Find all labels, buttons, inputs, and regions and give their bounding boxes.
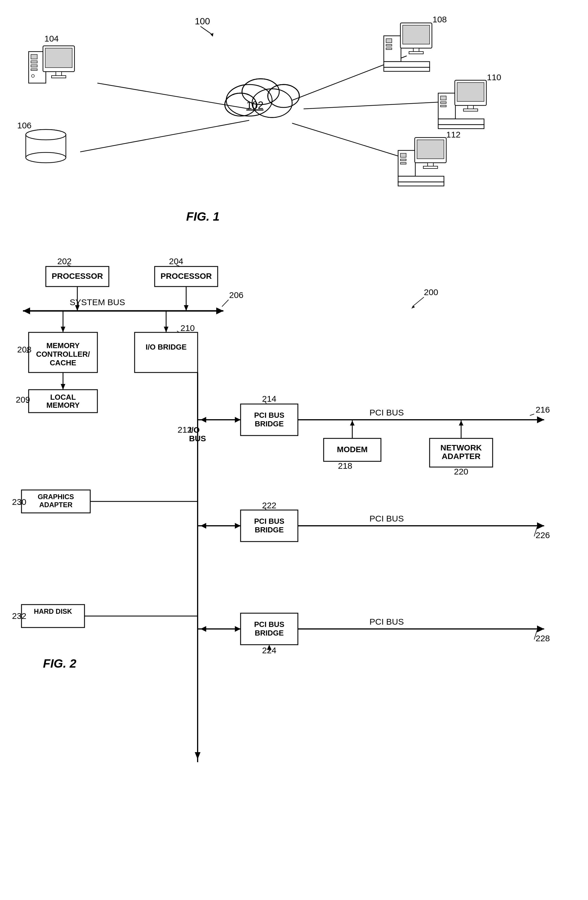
svg-text:209: 209 <box>16 395 30 404</box>
svg-text:200: 200 <box>424 287 438 297</box>
svg-rect-23 <box>31 65 37 67</box>
svg-marker-127 <box>537 416 544 423</box>
svg-marker-162 <box>537 625 544 632</box>
svg-marker-85 <box>23 307 30 314</box>
svg-text:GRAPHICS: GRAPHICS <box>38 493 74 501</box>
svg-marker-90 <box>184 305 189 311</box>
svg-rect-42 <box>413 48 419 51</box>
svg-text:110: 110 <box>487 73 501 82</box>
svg-line-18 <box>303 102 447 109</box>
svg-text:BRIDGE: BRIDGE <box>255 419 283 428</box>
svg-rect-45 <box>384 67 430 71</box>
svg-rect-48 <box>441 96 446 100</box>
svg-marker-88 <box>75 305 80 311</box>
svg-marker-86 <box>216 307 223 314</box>
svg-rect-38 <box>386 44 392 46</box>
svg-text:LOCAL: LOCAL <box>50 393 76 402</box>
svg-text:PROCESSOR: PROCESSOR <box>52 272 103 281</box>
svg-marker-124 <box>201 417 206 423</box>
svg-rect-64 <box>428 163 433 166</box>
svg-rect-50 <box>441 105 446 107</box>
svg-marker-151 <box>537 522 544 529</box>
svg-text:204: 204 <box>169 256 183 266</box>
svg-rect-39 <box>386 48 392 50</box>
svg-text:108: 108 <box>432 15 447 24</box>
svg-marker-160 <box>235 626 241 632</box>
svg-rect-27 <box>45 48 72 68</box>
svg-text:BRIDGE: BRIDGE <box>255 628 283 637</box>
svg-rect-24 <box>31 69 37 70</box>
svg-rect-67 <box>398 182 444 186</box>
svg-text:208: 208 <box>17 345 31 354</box>
svg-text:220: 220 <box>454 467 468 476</box>
svg-marker-72 <box>411 306 415 309</box>
svg-rect-22 <box>31 61 37 63</box>
svg-text:102: 102 <box>246 99 263 111</box>
svg-text:228: 228 <box>535 633 550 643</box>
svg-line-130 <box>530 414 534 416</box>
svg-line-15 <box>97 83 249 109</box>
svg-text:MODEM: MODEM <box>337 445 367 454</box>
svg-text:CACHE: CACHE <box>50 358 76 367</box>
svg-text:216: 216 <box>535 405 550 414</box>
svg-text:ADAPTER: ADAPTER <box>442 452 480 461</box>
svg-rect-55 <box>438 119 484 125</box>
svg-text:PCI BUS: PCI BUS <box>254 620 284 628</box>
svg-text:FIG. 1: FIG. 1 <box>186 210 220 223</box>
svg-rect-60 <box>401 159 406 161</box>
svg-line-19 <box>292 123 412 160</box>
svg-marker-149 <box>235 523 241 529</box>
svg-text:PCI BUS: PCI BUS <box>254 517 284 526</box>
svg-text:MEMORY: MEMORY <box>46 341 80 350</box>
svg-marker-148 <box>201 523 206 529</box>
svg-rect-37 <box>386 39 392 43</box>
svg-text:CONTROLLER/: CONTROLLER/ <box>36 350 90 358</box>
svg-text:210: 210 <box>180 323 195 333</box>
fig2-diagram: 200 PROCESSOR 202 PROCESSOR 204 206 SYST… <box>0 238 588 891</box>
svg-text:104: 104 <box>44 34 59 43</box>
svg-text:226: 226 <box>535 531 550 540</box>
svg-rect-54 <box>463 109 478 111</box>
svg-text:PCI BUS: PCI BUS <box>370 514 404 523</box>
svg-point-33 <box>26 152 66 163</box>
svg-marker-111 <box>61 384 65 389</box>
svg-text:BRIDGE: BRIDGE <box>255 526 283 534</box>
svg-text:FIG. 2: FIG. 2 <box>43 657 76 670</box>
svg-rect-59 <box>401 153 406 157</box>
svg-marker-141 <box>459 421 463 425</box>
svg-rect-63 <box>417 140 444 159</box>
svg-text:HARD DISK: HARD DISK <box>34 607 72 615</box>
svg-text:202: 202 <box>57 256 71 266</box>
svg-text:106: 106 <box>17 121 31 130</box>
svg-line-16 <box>80 120 249 152</box>
svg-rect-56 <box>438 125 484 129</box>
svg-text:NETWORK: NETWORK <box>441 443 482 452</box>
svg-text:PROCESSOR: PROCESSOR <box>161 272 212 281</box>
svg-marker-125 <box>235 417 241 423</box>
page: 100 102 <box>0 0 588 900</box>
svg-line-1 <box>201 26 212 34</box>
svg-rect-52 <box>457 82 484 101</box>
svg-text:206: 206 <box>229 290 243 300</box>
svg-text:214: 214 <box>262 394 276 403</box>
svg-marker-104 <box>164 327 169 332</box>
svg-line-71 <box>412 297 424 307</box>
svg-rect-43 <box>409 51 423 54</box>
svg-rect-61 <box>401 163 406 164</box>
svg-text:PCI BUS: PCI BUS <box>370 617 404 626</box>
svg-marker-102 <box>61 327 65 332</box>
svg-rect-29 <box>51 76 66 78</box>
svg-rect-28 <box>56 71 62 76</box>
svg-rect-49 <box>441 102 446 104</box>
svg-rect-66 <box>398 176 444 182</box>
svg-text:PCI BUS: PCI BUS <box>254 411 284 419</box>
svg-text:ADAPTER: ADAPTER <box>39 501 73 509</box>
svg-rect-65 <box>423 166 438 169</box>
svg-rect-97 <box>135 332 198 372</box>
svg-text:230: 230 <box>12 497 26 507</box>
svg-point-34 <box>26 129 66 140</box>
svg-text:222: 222 <box>262 501 276 510</box>
svg-text:PCI BUS: PCI BUS <box>370 408 404 417</box>
svg-marker-135 <box>350 421 354 425</box>
fig1-diagram: 100 102 <box>0 6 588 235</box>
